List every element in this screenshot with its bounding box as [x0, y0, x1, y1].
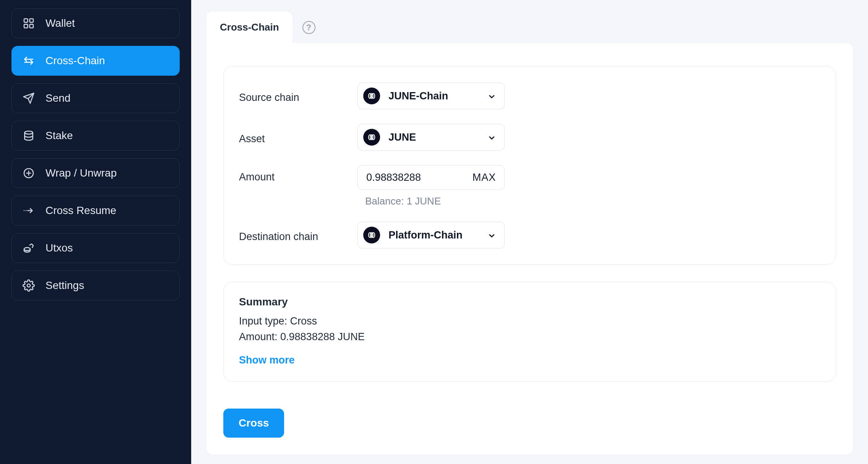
sidebar-item-label: Stake — [46, 130, 73, 142]
sidebar-item-label: Send — [46, 92, 70, 104]
action-row: Cross — [223, 409, 836, 438]
send-icon — [23, 92, 35, 104]
coins-icon — [23, 242, 35, 254]
sidebar-item-label: Utxos — [46, 242, 73, 254]
sidebar-item-settings[interactable]: Settings — [11, 271, 180, 300]
sidebar-item-cross-resume[interactable]: Cross Resume — [11, 196, 180, 226]
summary-input-type: Input type: Cross — [239, 313, 820, 329]
main-content: Cross-Chain ? Source chain JUNE-Chain As… — [191, 0, 868, 464]
svg-point-9 — [27, 284, 30, 287]
svg-point-8 — [24, 248, 30, 251]
max-button[interactable]: MAX — [472, 172, 496, 183]
amount-label: Amount — [239, 165, 358, 183]
sidebar-item-stake[interactable]: Stake — [11, 121, 180, 151]
row-source-chain: Source chain JUNE-Chain — [239, 83, 820, 109]
svg-point-4 — [24, 131, 33, 134]
sidebar-item-wrap-unwrap[interactable]: Wrap / Unwrap — [11, 158, 180, 188]
destination-chain-select[interactable]: Platform-Chain — [358, 222, 505, 248]
sidebar-item-send[interactable]: Send — [11, 83, 180, 113]
destination-chain-label: Destination chain — [239, 228, 358, 243]
form-panel: Source chain JUNE-Chain Asset — [223, 66, 836, 265]
source-chain-value: JUNE-Chain — [388, 90, 448, 102]
summary-panel: Summary Input type: Cross Amount: 0.9883… — [223, 282, 836, 382]
swap-icon — [23, 55, 35, 67]
grid-icon — [23, 17, 35, 29]
show-more-link[interactable]: Show more — [239, 354, 820, 366]
sidebar-item-label: Cross Resume — [46, 204, 116, 217]
row-asset: Asset JUNE — [239, 124, 820, 151]
row-amount: Amount 0.98838288 MAX Balance: 1 JUNE — [239, 165, 820, 207]
source-chain-select[interactable]: JUNE-Chain — [358, 83, 505, 109]
row-destination-chain: Destination chain Platform-Chain — [239, 222, 820, 248]
tabs-row: Cross-Chain ? — [206, 11, 853, 43]
svg-rect-0 — [24, 19, 28, 22]
sidebar-item-label: Wallet — [46, 17, 75, 29]
chevron-down-icon — [488, 92, 496, 100]
chain-logo-icon — [363, 227, 380, 243]
asset-label: Asset — [239, 130, 358, 145]
sidebar-item-utxos[interactable]: Utxos — [11, 233, 180, 263]
summary-amount: Amount: 0.98838288 JUNE — [239, 329, 820, 345]
asset-select[interactable]: JUNE — [358, 124, 505, 151]
asset-value: JUNE — [388, 131, 416, 143]
sidebar-item-cross-chain[interactable]: Cross-Chain — [11, 46, 180, 76]
chevron-down-icon — [488, 133, 496, 141]
plus-circle-icon — [23, 167, 35, 179]
database-icon — [23, 130, 35, 142]
balance-text: Balance: 1 JUNE — [358, 195, 505, 207]
tab-cross-chain[interactable]: Cross-Chain — [206, 11, 293, 43]
help-icon[interactable]: ? — [302, 21, 315, 34]
sidebar-item-label: Wrap / Unwrap — [46, 167, 117, 179]
gear-icon — [23, 279, 35, 292]
card: Source chain JUNE-Chain Asset — [206, 43, 853, 454]
destination-chain-value: Platform-Chain — [388, 229, 463, 241]
chevron-down-icon — [488, 231, 496, 239]
sidebar-item-label: Cross-Chain — [46, 55, 105, 67]
svg-rect-3 — [30, 24, 33, 28]
svg-rect-1 — [30, 19, 33, 22]
sidebar: Wallet Cross-Chain Send Stake Wrap / Unw… — [0, 0, 191, 464]
svg-point-6 — [24, 210, 25, 211]
amount-value: 0.98838288 — [366, 172, 421, 183]
svg-point-7 — [26, 210, 27, 211]
amount-input[interactable]: 0.98838288 MAX — [358, 165, 505, 190]
arrow-right-dots-icon — [23, 204, 35, 217]
cross-button[interactable]: Cross — [223, 409, 284, 438]
chain-logo-icon — [363, 88, 380, 104]
asset-logo-icon — [363, 129, 380, 146]
source-chain-label: Source chain — [239, 89, 358, 104]
summary-title: Summary — [239, 296, 820, 308]
svg-rect-2 — [24, 24, 28, 28]
sidebar-item-label: Settings — [46, 279, 84, 292]
sidebar-item-wallet[interactable]: Wallet — [11, 8, 180, 38]
